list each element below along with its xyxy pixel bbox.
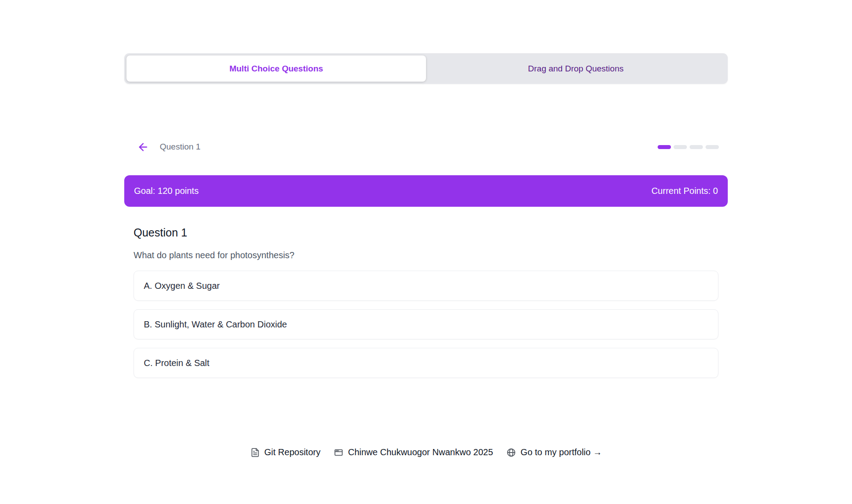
arrow-left-icon	[137, 141, 149, 153]
progress-indicator	[658, 145, 719, 149]
app-window-icon	[334, 448, 343, 457]
file-text-icon	[250, 448, 260, 457]
tab-drag-and-drop-questions[interactable]: Drag and Drop Questions	[426, 55, 726, 82]
answer-options: A. Oxygen & Sugar B. Sunlight, Water & C…	[134, 271, 718, 378]
footer: Git Repository Chinwe Chukwuogor Nwankwo…	[0, 447, 852, 457]
question-header-label: Question 1	[160, 142, 201, 152]
current-points-text: Current Points: 0	[651, 186, 718, 196]
score-banner: Goal: 120 points Current Points: 0	[124, 175, 728, 207]
tab-multi-choice-questions[interactable]: Multi Choice Questions	[126, 55, 426, 82]
git-repository-link[interactable]: Git Repository	[250, 447, 321, 457]
question-content: Question 1 What do plants need for photo…	[124, 226, 728, 378]
progress-pill	[706, 145, 719, 149]
globe-icon	[506, 448, 516, 457]
goal-points-text: Goal: 120 points	[134, 186, 199, 196]
portfolio-label: Go to my portfolio →	[521, 447, 602, 457]
progress-pill	[690, 145, 703, 149]
question-header: Question 1	[124, 141, 728, 153]
question-header-left: Question 1	[137, 141, 201, 153]
answer-option-b[interactable]: B. Sunlight, Water & Carbon Dioxide	[134, 309, 718, 339]
answer-option-a[interactable]: A. Oxygen & Sugar	[134, 271, 718, 301]
portfolio-link[interactable]: Go to my portfolio →	[506, 447, 602, 457]
progress-pill	[674, 145, 687, 149]
progress-pill	[658, 145, 671, 149]
answer-option-c[interactable]: C. Protein & Salt	[134, 348, 718, 378]
quiz-page: Multi Choice Questions Drag and Drop Que…	[124, 53, 728, 378]
copyright-text: Chinwe Chukwuogor Nwankwo 2025	[334, 447, 493, 457]
question-title: Question 1	[134, 226, 718, 239]
question-prompt: What do plants need for photosynthesis?	[134, 250, 718, 260]
back-button[interactable]	[137, 141, 149, 153]
git-repository-label: Git Repository	[264, 447, 321, 457]
tab-bar: Multi Choice Questions Drag and Drop Que…	[124, 53, 728, 84]
copyright-label: Chinwe Chukwuogor Nwankwo 2025	[348, 447, 493, 457]
